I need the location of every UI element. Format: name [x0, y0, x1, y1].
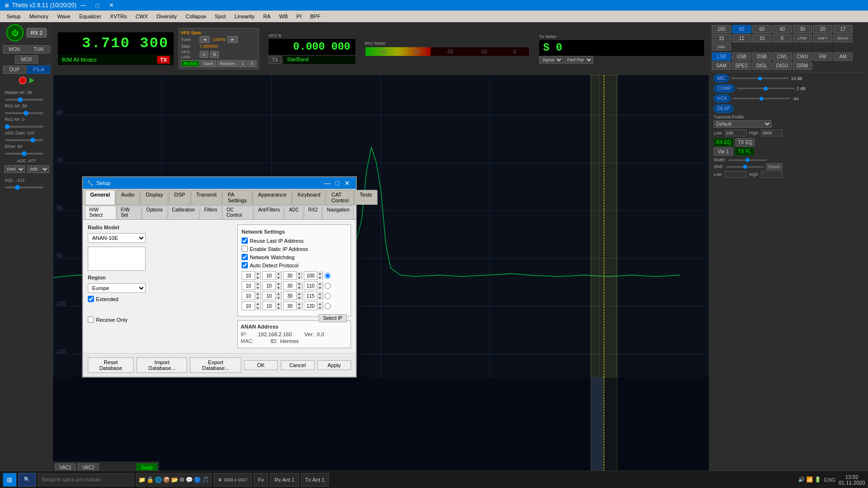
reset-btn[interactable]: Reset — [766, 163, 783, 170]
tab-transmit[interactable]: Transmit — [191, 190, 222, 205]
vfo-b-tx-btn[interactable]: TX — [269, 56, 282, 64]
mode-fm[interactable]: FM — [813, 53, 832, 61]
vfo-b-btn[interactable]: B — [210, 51, 219, 58]
sql-input[interactable] — [5, 186, 43, 188]
mode-spec[interactable]: SPEC — [732, 62, 751, 70]
mode-am[interactable]: AM — [833, 53, 853, 61]
band-12[interactable]: 12 — [732, 34, 751, 42]
ip2-oct2-up[interactable]: ▲ — [275, 281, 281, 286]
taskbar-icon-3[interactable]: 🌐 — [155, 476, 162, 483]
maximize-btn[interactable]: □ — [92, 2, 103, 9]
dexp-button[interactable]: DEXP — [714, 105, 733, 113]
band-6[interactable]: 6 — [773, 34, 792, 42]
ip1-oct2-up[interactable]: ▲ — [275, 271, 281, 276]
ip1-oct2-dn[interactable]: ▼ — [275, 276, 281, 280]
shift-high-input[interactable] — [761, 171, 783, 178]
comp-slider[interactable] — [737, 88, 795, 89]
ip1-oct4-up[interactable]: ▲ — [317, 271, 323, 276]
menu-pi[interactable]: PI — [293, 13, 305, 20]
preset1-btn[interactable]: 1 — [239, 60, 247, 67]
ip3-oct3-dn[interactable]: ▼ — [296, 296, 302, 300]
menu-wb[interactable]: WB — [275, 13, 292, 20]
vox-button[interactable]: VOX — [714, 94, 731, 103]
ip3-oct3-up[interactable]: ▲ — [296, 291, 302, 296]
low-input[interactable] — [725, 130, 746, 136]
band-10[interactable]: 10 — [752, 34, 772, 42]
ip4-radio[interactable] — [325, 303, 331, 309]
ip1-oct1-dn[interactable]: ▼ — [255, 276, 260, 280]
mode-dsb[interactable]: DSB — [752, 53, 772, 61]
menu-memory[interactable]: Memory — [26, 13, 53, 20]
tab2-options[interactable]: Options — [142, 206, 167, 219]
ip2-oct3-up[interactable]: ▲ — [296, 281, 302, 286]
reset-db-btn[interactable]: Reset Database — [88, 357, 134, 373]
signal-select[interactable]: Signal — [539, 56, 563, 64]
ip1-radio[interactable] — [325, 273, 331, 279]
att-select[interactable]: 0dB10dB20dB — [27, 165, 49, 173]
auto-detect-checkbox[interactable] — [242, 262, 248, 268]
ip4-oct1-up[interactable]: ▲ — [255, 302, 260, 306]
rx1-af-input[interactable] — [5, 112, 43, 114]
mode-sam[interactable]: SAM — [712, 62, 731, 70]
mox-button[interactable]: MOX — [15, 55, 38, 64]
tab2-adc[interactable]: ADC — [285, 206, 303, 219]
ip1-oct1-up[interactable]: ▲ — [255, 271, 260, 276]
band-ltnf[interactable]: LTNF — [793, 34, 812, 42]
band-80[interactable]: 80 — [732, 25, 751, 33]
band-40[interactable]: 40 — [773, 25, 792, 33]
tab-dsp[interactable]: DSP — [169, 190, 190, 205]
tab-audio[interactable]: Audio — [116, 190, 140, 205]
menu-setup[interactable]: Setup — [3, 13, 25, 20]
taskbar-rxant-btn[interactable]: Rx Ant 1 — [270, 473, 299, 487]
ip3-oct4-dn[interactable]: ▼ — [317, 296, 323, 300]
rx2-af-input[interactable] — [5, 126, 43, 128]
import-db-btn[interactable]: Import Database... — [136, 357, 187, 373]
mode-lsb[interactable]: LSB — [712, 53, 731, 61]
ip4-oct3-dn[interactable]: ▼ — [296, 306, 302, 310]
taskbar-app-btn[interactable]: 🖥 1920 x 1017 — [214, 473, 252, 487]
tab-pa-settings[interactable]: PA Settings — [222, 190, 252, 205]
menu-xvtrs[interactable]: XVTRs — [106, 13, 131, 20]
ip2-oct1-dn[interactable]: ▼ — [255, 286, 260, 290]
vfo-b-freq[interactable]: 0.000 000 — [269, 39, 355, 55]
search-icon-btn[interactable]: 🔍 — [18, 473, 36, 487]
width-slider[interactable] — [728, 159, 767, 161]
tab-display[interactable]: Display — [140, 190, 168, 205]
taskbar-icon-4[interactable]: 📦 — [163, 476, 170, 483]
tab-tests[interactable]: Tests — [354, 190, 378, 205]
tune-up-btn[interactable]: ► — [228, 36, 238, 43]
tab2-rx2[interactable]: RX2 — [304, 206, 322, 219]
tx-profile-select[interactable]: Default — [714, 120, 772, 128]
tab2-fw-set[interactable]: F/W Set — [117, 206, 142, 219]
dialog-maximize-btn[interactable]: □ — [334, 179, 341, 187]
tab2-navigation[interactable]: Navigation — [323, 206, 354, 219]
receive-only-checkbox[interactable] — [88, 317, 94, 323]
high-input[interactable] — [761, 130, 783, 136]
reuse-ip-checkbox[interactable] — [242, 237, 248, 244]
band-15[interactable]: 15 — [712, 34, 731, 42]
taskbar-icon-1[interactable]: 📁 — [138, 476, 146, 483]
tx-fl-btn[interactable]: TX FL — [735, 147, 754, 156]
ip3-oct1-up[interactable]: ▲ — [255, 291, 260, 296]
menu-diversity[interactable]: Diversity — [153, 13, 181, 20]
menu-linearity[interactable]: Linearity — [231, 13, 258, 20]
menu-cwx[interactable]: CWX — [132, 13, 152, 20]
agc-select[interactable]: MedLowHigh — [4, 165, 25, 173]
menu-bpf[interactable]: BPF — [306, 13, 324, 20]
minimize-btn[interactable]: — — [76, 2, 90, 9]
shift-slider[interactable] — [726, 166, 764, 168]
taskbar-icon-6[interactable]: ⚙ — [179, 476, 185, 483]
band-20[interactable]: 20 — [813, 25, 832, 33]
static-ip-checkbox[interactable] — [242, 246, 248, 252]
rx-ant-btn[interactable]: Rx Ant — [181, 60, 200, 67]
ip2-oct4-up[interactable]: ▲ — [317, 281, 323, 286]
ip4-oct1-dn[interactable]: ▼ — [255, 306, 260, 310]
select-ip-btn[interactable]: Select IP — [319, 314, 347, 322]
drive-input[interactable] — [5, 153, 43, 155]
master-af-input[interactable] — [5, 99, 43, 101]
rx2-button[interactable]: RX 2 — [27, 28, 47, 38]
band-swl[interactable]: SWL — [712, 43, 731, 51]
save-btn[interactable]: Save — [201, 60, 217, 67]
tx-button[interactable]: TX — [157, 56, 170, 64]
ip4-oct4-dn[interactable]: ▼ — [317, 306, 323, 310]
